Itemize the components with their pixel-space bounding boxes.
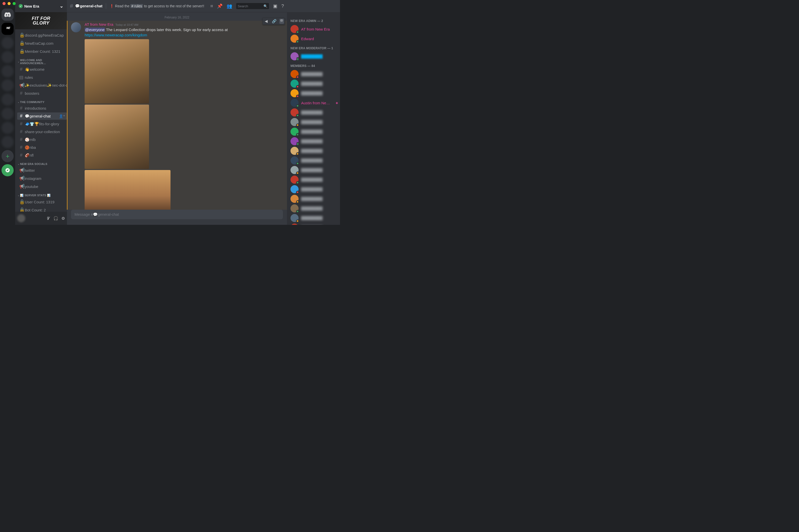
- chevron-down-icon: ⌄: [18, 61, 19, 63]
- discord-home-button[interactable]: [1, 8, 14, 21]
- server-item[interactable]: [1, 122, 14, 134]
- message-input[interactable]: Message #💬general-chat: [71, 210, 283, 219]
- member-item[interactable]: ████████: [290, 79, 338, 89]
- channel-item[interactable]: 🔒Bot Count: 2: [17, 206, 67, 212]
- mention[interactable]: @everyone: [84, 27, 105, 32]
- channel-item[interactable]: #💬general-chat👤⁺: [17, 112, 67, 120]
- avatar: [290, 118, 299, 126]
- message-scroll[interactable]: February 16, 2022 AT from New Era Today …: [67, 12, 287, 210]
- channel-item[interactable]: 📢instagram: [17, 174, 67, 182]
- server-item[interactable]: [1, 79, 14, 92]
- member-item[interactable]: ████████: [290, 213, 338, 223]
- deafen-icon[interactable]: 🎧: [53, 216, 58, 221]
- channel-item[interactable]: #🧢👕🏆fits-for-glory: [17, 120, 67, 128]
- channel-link[interactable]: 🔒NewEraCap.com: [17, 39, 67, 47]
- lock-icon: 🔒: [19, 32, 23, 38]
- member-item[interactable]: ████████: [290, 223, 338, 225]
- window-traffic-lights[interactable]: [2, 2, 16, 5]
- member-name: ████████: [301, 139, 323, 144]
- member-item[interactable]: ████████: [290, 89, 338, 98]
- image-attachment[interactable]: [84, 39, 149, 103]
- member-list[interactable]: NEW ERA ADMIN — 2 AT from New Era Edward…: [287, 12, 340, 225]
- member-name: ████████: [301, 110, 323, 115]
- channel-item[interactable]: ▤rules: [17, 74, 67, 81]
- member-item[interactable]: Edward: [290, 34, 338, 43]
- member-item[interactable]: ████████: [290, 194, 338, 204]
- channel-category[interactable]: ⌄THE COMMUNITY: [18, 100, 67, 103]
- server-item[interactable]: [1, 37, 14, 49]
- threads-icon[interactable]: ⌗: [210, 3, 213, 9]
- channel-item[interactable]: #🏀nba: [17, 144, 67, 151]
- channel-item[interactable]: 📢youtube: [17, 183, 67, 190]
- server-header[interactable]: ✓ New Era ⌄: [15, 0, 67, 12]
- close-window[interactable]: [2, 2, 5, 5]
- member-item[interactable]: ████████: [290, 185, 338, 194]
- channel-item[interactable]: #share-your-collection: [17, 128, 67, 135]
- inbox-icon[interactable]: ▣: [273, 3, 278, 9]
- channel-list[interactable]: 🔒discord.gg/NewEraCap🔒NewEraCap.com🔒Memb…: [15, 29, 67, 212]
- self-avatar[interactable]: [17, 214, 25, 222]
- reaction-icon[interactable]: ◀: [263, 18, 270, 24]
- add-member-icon[interactable]: 👤⁺: [59, 114, 65, 118]
- minimize-window[interactable]: [7, 2, 11, 5]
- member-item[interactable]: ████████: [290, 52, 338, 61]
- channel-label: rules: [25, 75, 33, 80]
- search-input[interactable]: Search 🔍: [236, 3, 269, 9]
- channel-topic[interactable]: ❗ Read the # rules to get access to the …: [110, 4, 204, 8]
- member-item[interactable]: ████████: [290, 165, 338, 175]
- channel-item[interactable]: #🏈nfl: [17, 152, 67, 159]
- hash-icon: #: [19, 67, 23, 72]
- hash-icon: #: [19, 106, 23, 111]
- member-item[interactable]: ████████: [290, 108, 338, 117]
- member-item[interactable]: ████████: [290, 136, 338, 146]
- message-author[interactable]: AT from New Era: [84, 22, 113, 26]
- mute-icon[interactable]: 🎙︎̸: [46, 216, 50, 221]
- member-item[interactable]: ████████: [290, 175, 338, 185]
- id-icon[interactable]: ID: [279, 19, 284, 24]
- server-item[interactable]: [1, 108, 14, 120]
- server-new-era[interactable]: ᴺᴱ: [1, 23, 14, 35]
- settings-icon[interactable]: ⚙: [61, 216, 65, 221]
- channel-category[interactable]: ⌄NEW ERA SOCIALS: [18, 163, 67, 166]
- message-link[interactable]: https://www.neweracap.com/kingdom: [84, 33, 147, 37]
- add-server-button[interactable]: +: [1, 150, 14, 162]
- channel-link[interactable]: 🔒Member Count: 1321: [17, 48, 67, 55]
- channel-item[interactable]: #👋welcome: [17, 66, 67, 73]
- member-item[interactable]: ████████: [290, 204, 338, 213]
- server-item[interactable]: [1, 51, 14, 63]
- pinned-icon[interactable]: 📌: [217, 3, 223, 9]
- member-item[interactable]: ████████: [290, 146, 338, 156]
- status-indicator: [296, 104, 299, 107]
- channel-item[interactable]: 🔒User Count: 1319: [17, 198, 67, 206]
- channel-item[interactable]: 📢twitter: [17, 167, 67, 174]
- server-item[interactable]: [1, 93, 14, 106]
- members-toggle-icon[interactable]: 👥: [227, 3, 232, 9]
- channel-item[interactable]: #boosters: [17, 90, 67, 97]
- image-attachment[interactable]: [84, 170, 171, 210]
- member-item[interactable]: Austin from New Era◈: [290, 98, 338, 108]
- channel-item[interactable]: #introductions: [17, 104, 67, 112]
- member-item[interactable]: ████████: [290, 156, 338, 165]
- server-item[interactable]: [1, 136, 14, 148]
- channel-category[interactable]: ⌄📊 SERVER STATS 📊: [18, 194, 67, 197]
- member-item[interactable]: AT from New Era: [290, 24, 338, 34]
- channel-link[interactable]: 🔒discord.gg/NewEraCap: [17, 31, 67, 39]
- member-item[interactable]: ████████: [290, 127, 338, 136]
- link-icon[interactable]: 🔗: [270, 18, 279, 24]
- date-divider: February 16, 2022: [71, 16, 283, 19]
- channel-item[interactable]: 📢✨exclusives✨nec-dot-c…: [17, 81, 67, 89]
- server-item[interactable]: [1, 65, 14, 77]
- help-icon[interactable]: ?: [281, 3, 284, 9]
- channel-item[interactable]: #⚾mlb: [17, 136, 67, 143]
- member-item[interactable]: ████████: [290, 69, 338, 79]
- member-item[interactable]: ████████: [290, 117, 338, 127]
- hash-icon: #: [19, 153, 23, 158]
- channel-category[interactable]: ⌄WELCOME AND ANNOUNCEMEN…: [18, 59, 67, 65]
- avatar[interactable]: [71, 22, 81, 32]
- chevron-down-icon[interactable]: ⌄: [60, 3, 63, 9]
- image-attachment[interactable]: [84, 104, 149, 169]
- maximize-window[interactable]: [13, 2, 16, 5]
- explore-servers-button[interactable]: [1, 164, 14, 176]
- member-name: ████████: [301, 120, 323, 124]
- rules-link[interactable]: # rules: [130, 4, 143, 8]
